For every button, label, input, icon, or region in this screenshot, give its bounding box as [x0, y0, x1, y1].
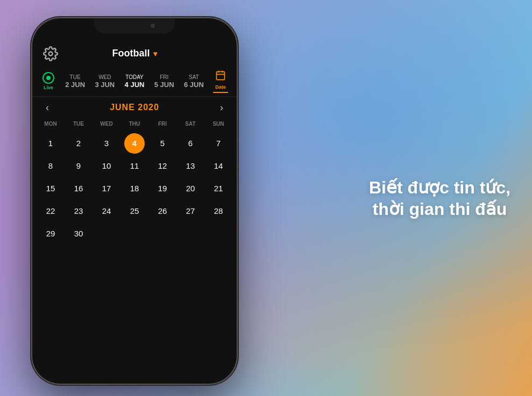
calendar-header-row: MONTUEWEDTHUFRISATSUN — [37, 119, 232, 129]
cal-header-sun: SUN — [204, 119, 232, 129]
cal-empty — [180, 224, 201, 244]
day-tab-sat[interactable]: SAT6 JUN — [179, 71, 209, 92]
cal-day-2[interactable]: 2 — [68, 133, 89, 154]
cal-day-5[interactable]: 5 — [152, 133, 173, 154]
day-name: FRI — [160, 74, 168, 80]
date-label: Date — [215, 84, 226, 90]
cal-day-28[interactable]: 28 — [208, 201, 229, 221]
day-tabs-container: TUE2 JUNWED3 JUNTODAY4 JUNFRI5 JUNSAT6 J… — [60, 71, 209, 92]
cal-day-18[interactable]: 18 — [124, 178, 145, 199]
app-header: Football ▾ — [32, 42, 237, 67]
cal-day-11[interactable]: 11 — [124, 156, 145, 176]
promo-line1: Biết được tin tức, — [369, 177, 510, 198]
cal-day-10[interactable]: 10 — [96, 156, 117, 176]
app-title: Football ▾ — [112, 48, 157, 59]
calendar-grid: MONTUEWEDTHUFRISATSUN 123456789101112131… — [32, 119, 237, 384]
day-tabs: Live TUE2 JUNWED3 JUNTODAY4 JUNFRI5 JUNS… — [32, 67, 237, 97]
day-num: 4 JUN — [125, 81, 145, 89]
cal-day-19[interactable]: 19 — [152, 178, 173, 199]
day-num: 3 JUN — [95, 81, 115, 89]
cal-day-9[interactable]: 9 — [68, 156, 89, 176]
cal-header-fri: FRI — [148, 119, 176, 129]
cal-day-7[interactable]: 7 — [208, 133, 229, 154]
cal-day-3[interactable]: 3 — [96, 133, 117, 154]
date-underline — [213, 92, 228, 93]
cal-day-24[interactable]: 24 — [96, 201, 117, 221]
cal-day-14[interactable]: 14 — [208, 156, 229, 176]
live-icon — [42, 72, 54, 84]
live-label: Live — [44, 85, 53, 90]
live-icon-dot — [46, 76, 51, 80]
cal-day-20[interactable]: 20 — [180, 178, 201, 199]
dropdown-arrow-icon[interactable]: ▾ — [153, 49, 157, 58]
day-num: 2 JUN — [65, 81, 85, 89]
cal-day-8[interactable]: 8 — [40, 156, 61, 176]
promo-line2: thời gian thi đấu — [369, 198, 510, 220]
settings-icon[interactable] — [43, 46, 58, 61]
phone-screen: Football ▾ Live TUE2 JUNWED3 JUNTODAY4 J… — [32, 18, 237, 384]
cal-day-12[interactable]: 12 — [152, 156, 173, 176]
cal-header-tue: TUE — [65, 119, 93, 129]
cal-day-27[interactable]: 27 — [180, 201, 201, 221]
cal-day-16[interactable]: 16 — [68, 178, 89, 199]
cal-day-4[interactable]: 4 — [124, 133, 145, 154]
day-name: TODAY — [125, 74, 144, 80]
date-tab[interactable]: Date — [209, 67, 232, 96]
app-title-text: Football — [112, 48, 150, 59]
calendar-body: 1234567891011121314151617181920212223242… — [37, 133, 232, 244]
cal-empty — [152, 224, 173, 244]
cal-empty — [124, 224, 145, 244]
svg-point-0 — [49, 52, 53, 55]
svg-rect-1 — [217, 71, 225, 80]
promo-text: Biết được tin tức, thời gian thi đấu — [369, 177, 510, 220]
day-name: WED — [98, 74, 111, 80]
cal-header-thu: THU — [120, 119, 148, 129]
day-tab-tue[interactable]: TUE2 JUN — [60, 71, 90, 92]
cal-day-30[interactable]: 30 — [68, 224, 89, 244]
day-num: 5 JUN — [154, 81, 174, 89]
cal-day-15[interactable]: 15 — [40, 178, 61, 199]
day-tab-wed[interactable]: WED3 JUN — [90, 71, 119, 92]
cal-day-1[interactable]: 1 — [40, 133, 61, 154]
phone-notch — [94, 18, 175, 33]
live-tab[interactable]: Live — [37, 69, 60, 93]
phone-camera — [151, 24, 155, 28]
cal-header-sat: SAT — [176, 119, 204, 129]
day-name: SAT — [189, 74, 199, 80]
day-tab-fri[interactable]: FRI5 JUN — [150, 71, 179, 92]
cal-day-6[interactable]: 6 — [180, 133, 201, 154]
month-year-label: JUNE 2020 — [110, 103, 159, 112]
cal-day-29[interactable]: 29 — [40, 224, 61, 244]
cal-header-mon: MON — [37, 119, 65, 129]
phone-wrapper: Football ▾ Live TUE2 JUNWED3 JUNTODAY4 J… — [32, 18, 237, 384]
phone-device: Football ▾ Live TUE2 JUNWED3 JUNTODAY4 J… — [32, 18, 237, 384]
calendar-icon — [215, 70, 226, 83]
day-num: 6 JUN — [184, 81, 204, 89]
cal-day-17[interactable]: 17 — [96, 178, 117, 199]
cal-day-23[interactable]: 23 — [68, 201, 89, 221]
next-month-button[interactable]: › — [215, 102, 228, 113]
cal-day-26[interactable]: 26 — [152, 201, 173, 221]
cal-day-25[interactable]: 25 — [124, 201, 145, 221]
cal-empty — [208, 224, 229, 244]
cal-day-21[interactable]: 21 — [208, 178, 229, 199]
cal-empty — [96, 224, 117, 244]
prev-month-button[interactable]: ‹ — [41, 102, 54, 113]
cal-day-22[interactable]: 22 — [40, 201, 61, 221]
calendar-nav: ‹ JUNE 2020 › — [32, 97, 237, 119]
day-name: TUE — [70, 74, 81, 80]
cal-header-wed: WED — [93, 119, 120, 129]
cal-day-13[interactable]: 13 — [180, 156, 201, 176]
day-tab-today[interactable]: TODAY4 JUN — [119, 71, 149, 92]
